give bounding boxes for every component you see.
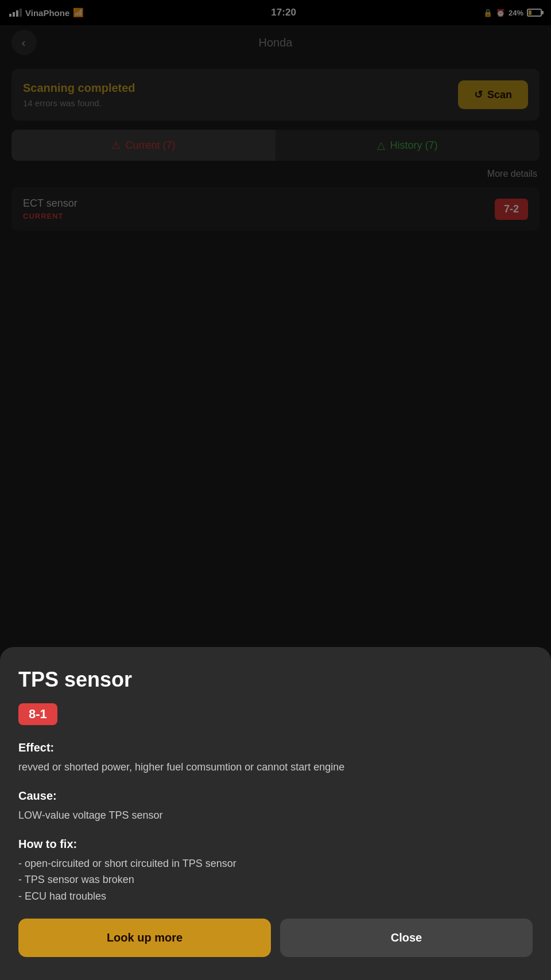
- effect-body: revved or shorted power, higher fuel com…: [18, 759, 533, 776]
- fix-heading: How to fix:: [18, 838, 533, 851]
- cause-body: LOW-value voltage TPS sensor: [18, 807, 533, 824]
- bottom-sheet: TPS sensor 8-1 Effect: revved or shorted…: [0, 647, 551, 980]
- sheet-actions: Look up more Close: [18, 919, 533, 957]
- sheet-code-badge: 8-1: [18, 703, 57, 725]
- lookup-button[interactable]: Look up more: [18, 919, 271, 957]
- sheet-sensor-title: TPS sensor: [18, 668, 533, 692]
- fix-body: - open-circuited or short circuited in T…: [18, 855, 533, 905]
- cause-heading: Cause:: [18, 789, 533, 803]
- effect-heading: Effect:: [18, 741, 533, 754]
- close-button[interactable]: Close: [280, 919, 533, 957]
